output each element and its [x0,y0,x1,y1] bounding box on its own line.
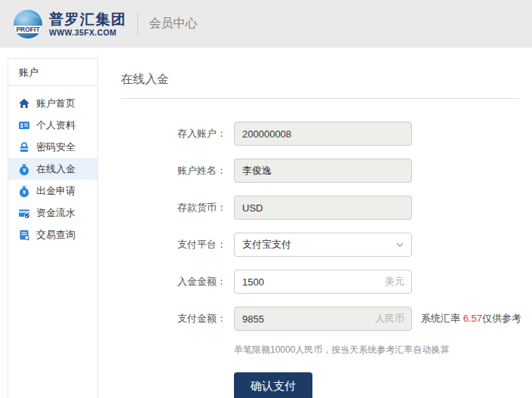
sidebar-item-label: 密码安全 [36,140,75,154]
sidebar-item-account-home[interactable]: 账户首页 [8,92,97,114]
form-row-payment-platform: 支付平台： 支付宝支付 [98,233,532,257]
logo-brand-en-text: PROFIT [16,26,40,33]
account-name-field [234,159,412,183]
form-row-payment-amount: 支付金额： 人民币 系统汇率 6.57仅供参考 [98,307,532,331]
sidebar-nav: 账户首页 个人资料 密码安全 [8,86,97,245]
limit-note: 单笔限额10000人民币，按当天系统参考汇率自动换算 [234,344,532,356]
deposit-currency-field [234,196,412,220]
sidebar: 账户 账户首页 个人资料 [8,58,98,398]
brand-logo[interactable]: PROFIT 普罗汇集团 WWW.35FX.COM [12,8,127,40]
rate-value: 6.57 [463,313,482,324]
brand-website: WWW.35FX.COM [49,28,127,37]
deposit-amount-wrap: 美元 [234,270,412,294]
deposit-form: 存入账户： 账户姓名： 存款货币： 支付平台： 支 [98,122,532,398]
payment-platform-select[interactable]: 支付宝支付 [234,233,412,257]
payment-platform-value: 支付宝支付 [242,238,291,251]
form-row-deposit-account: 存入账户： [98,122,532,146]
rate-prefix: 系统汇率 [421,313,463,324]
member-center-page: PROFIT 普罗汇集团 WWW.35FX.COM 会员中心 账户 账户首页 [0,0,532,398]
deposit-amount-unit: 美元 [385,270,404,294]
deposit-account-field [234,122,412,146]
brand-name-cn: 普罗汇集团 [49,11,127,28]
payment-amount-unit: 人民币 [375,307,404,331]
account-name-wrap [234,159,412,183]
id-card-icon [18,119,30,131]
payment-amount-label: 支付金额： [98,312,226,325]
portal-title: 会员中心 [149,16,198,32]
sidebar-item-label: 出金申请 [36,184,75,198]
deposit-icon: ¥ [18,163,30,175]
exchange-rate-note: 系统汇率 6.57仅供参考 [421,312,521,325]
sidebar-item-profile[interactable]: 个人资料 [8,114,97,136]
main-content: 在线入金 存入账户： 账户姓名： 存款货币： [98,58,532,398]
form-row-deposit-amount: 入金金额： 美元 [98,270,532,294]
confirm-payment-button[interactable]: 确认支付 [234,372,312,398]
trade-query-icon [18,229,30,241]
sidebar-item-label: 在线入金 [36,162,75,176]
header: PROFIT 普罗汇集团 WWW.35FX.COM 会员中心 [0,0,532,48]
sidebar-group-title: 账户 [8,59,97,86]
sidebar-item-trade-query[interactable]: 交易查询 [8,224,97,245]
sidebar-item-withdraw-request[interactable]: ¥ 出金申请 [8,180,97,202]
sidebar-item-funds-flow[interactable]: 资金流水 [8,202,97,224]
form-row-account-name: 账户姓名： [98,159,532,183]
chevron-down-icon [396,242,404,247]
rate-suffix: 仅供参考 [482,313,521,324]
withdraw-icon: ¥ [18,185,30,197]
deposit-currency-label: 存款货币： [98,201,226,214]
deposit-amount-label: 入金金额： [98,275,226,288]
globe-icon: PROFIT [12,8,44,40]
sidebar-item-label: 资金流水 [36,206,75,220]
lock-icon [18,141,30,153]
form-row-deposit-currency: 存款货币： [98,196,532,220]
account-name-label: 账户姓名： [98,164,226,177]
payment-amount-wrap: 人民币 [234,307,412,331]
home-icon [18,97,30,110]
deposit-account-wrap [234,122,412,146]
page-title: 在线入金 [121,72,532,88]
deposit-account-label: 存入账户： [98,127,226,140]
sidebar-item-label: 个人资料 [36,119,75,132]
sidebar-item-online-deposit[interactable]: ¥ 在线入金 [8,158,97,180]
payment-platform-label: 支付平台： [98,238,226,251]
sidebar-item-label: 交易查询 [36,228,75,242]
content-divider [121,98,519,99]
brand-text: 普罗汇集团 WWW.35FX.COM [49,11,127,37]
funds-flow-icon [18,207,30,219]
deposit-currency-wrap [234,196,412,220]
header-divider [137,13,138,35]
sidebar-item-password-security[interactable]: 密码安全 [8,136,97,158]
sidebar-item-label: 账户首页 [36,97,75,110]
